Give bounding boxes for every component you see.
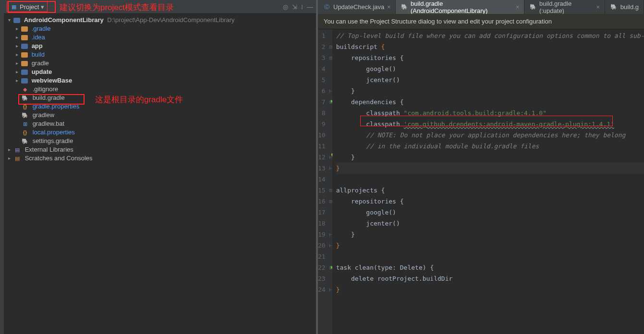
gradle-icon: 🐘	[21, 137, 29, 145]
tab-label: UpdateCheck.java	[333, 3, 384, 11]
target-icon[interactable]: ◎	[283, 3, 288, 11]
tree-item[interactable]: {} local.properties	[4, 128, 316, 137]
project-panel: ▦ Project ▾ ◎ ⇲ ⁞ — ▾ AndroidComponentLi…	[4, 0, 316, 334]
tree-item[interactable]: ⊞ gradlew.bat	[4, 119, 316, 128]
tree-item[interactable]: ▸ webviewBase	[4, 76, 316, 85]
chevron-down-icon: ▾	[6, 16, 12, 24]
root-path: D:\project\App-Dev\AndroidComponentLibra…	[107, 16, 234, 24]
gear-icon[interactable]: ⁞	[301, 3, 303, 11]
project-view-selector[interactable]: ▦ Project ▾	[7, 1, 48, 12]
editor-panel: Ⓒ UpdateCheck.java × 🐘 build.gradle (And…	[318, 0, 644, 334]
close-icon[interactable]: ×	[516, 4, 519, 11]
folder-icon	[21, 52, 28, 58]
tree-item[interactable]: ◆ .gitignore	[4, 85, 316, 94]
close-icon[interactable]: ×	[596, 4, 600, 11]
tab-label: build.g	[620, 3, 639, 11]
tree-item[interactable]: 🐘 settings.gradle	[4, 137, 316, 145]
folder-icon	[21, 35, 28, 40]
tree-item[interactable]: {} gradle.properties	[4, 102, 316, 111]
tab-updatecheck[interactable]: Ⓒ UpdateCheck.java ×	[318, 0, 396, 14]
tab-label: build.gradle (AndroidComponentLibrary)	[411, 0, 513, 14]
tree-item[interactable]: ▸ gradle	[4, 59, 316, 68]
gitignore-icon: ◆	[21, 85, 29, 93]
line-numbers: 123456789101112131415161718192021222324	[318, 29, 329, 334]
module-icon	[21, 44, 28, 49]
tab-build-gradle-update[interactable]: 🐘 build.gradle (:update) ×	[524, 0, 605, 14]
tree-item[interactable]: ▸▤ Scratches and Consoles	[4, 154, 316, 163]
properties-icon: {}	[21, 103, 29, 110]
folder-icon	[21, 26, 28, 32]
project-panel-toolbar: ◎ ⇲ ⁞ —	[283, 3, 313, 11]
tab-build-gradle-other[interactable]: 🐘 build.g	[605, 0, 644, 14]
gradle-icon: 🐘	[21, 94, 29, 102]
tree-root[interactable]: ▾ AndroidComponentLibrary D:\project\App…	[4, 16, 316, 24]
bat-icon: ⊞	[21, 120, 29, 128]
project-panel-header: ▦ Project ▾ ◎ ⇲ ⁞ —	[4, 0, 316, 14]
tree-item[interactable]: ▸ app	[4, 42, 316, 50]
library-icon: ▤	[13, 146, 21, 154]
tool-window-rail[interactable]	[0, 0, 4, 334]
code-editor[interactable]: 123456789101112131415161718192021222324 …	[318, 29, 644, 334]
gradle-icon: 🐘	[401, 3, 408, 11]
chevron-down-icon: ▾	[41, 3, 44, 11]
tab-build-gradle-root[interactable]: 🐘 build.gradle (AndroidComponentLibrary)…	[396, 0, 524, 14]
notice-text: You can use the Project Structure dialog…	[324, 18, 552, 25]
folder-icon	[21, 61, 28, 66]
root-name: AndroidComponentLibrary	[24, 16, 104, 24]
project-view-label: Project	[20, 3, 39, 11]
tree-item[interactable]: 🐘 gradlew	[4, 111, 316, 119]
tree-item[interactable]: ▸▤ External Libraries	[4, 145, 316, 154]
gradle-icon: 🐘	[21, 111, 29, 119]
scratch-icon: ▤	[13, 155, 21, 162]
tree-item[interactable]: ▸ .idea	[4, 33, 316, 42]
code-area[interactable]: // Top-level build file where you can ad…	[332, 29, 644, 334]
project-structure-notice[interactable]: You can use the Project Structure dialog…	[318, 14, 644, 29]
tree-item[interactable]: ▸ update	[4, 68, 316, 76]
tree-item[interactable]: ▸ .gradle	[4, 24, 316, 33]
editor-tabs: Ⓒ UpdateCheck.java × 🐘 build.gradle (And…	[318, 0, 644, 14]
gradle-icon: 🐘	[529, 3, 536, 11]
tree-item[interactable]: ▸ build	[4, 50, 316, 59]
hide-icon[interactable]: —	[307, 3, 313, 11]
close-icon[interactable]: ×	[387, 4, 390, 11]
project-icon: ▦	[10, 3, 18, 11]
tab-label: build.gradle (:update)	[539, 0, 594, 14]
tree-item[interactable]: 🐘 build.gradle	[4, 94, 316, 102]
gradle-icon: 🐘	[610, 3, 618, 11]
properties-icon: {}	[21, 129, 29, 136]
collapse-icon[interactable]: ⇲	[292, 3, 297, 11]
project-tree[interactable]: ▾ AndroidComponentLibrary D:\project\App…	[4, 14, 316, 334]
module-icon	[21, 70, 28, 75]
module-icon	[21, 78, 28, 84]
module-icon	[13, 18, 20, 23]
java-class-icon: Ⓒ	[323, 3, 330, 11]
